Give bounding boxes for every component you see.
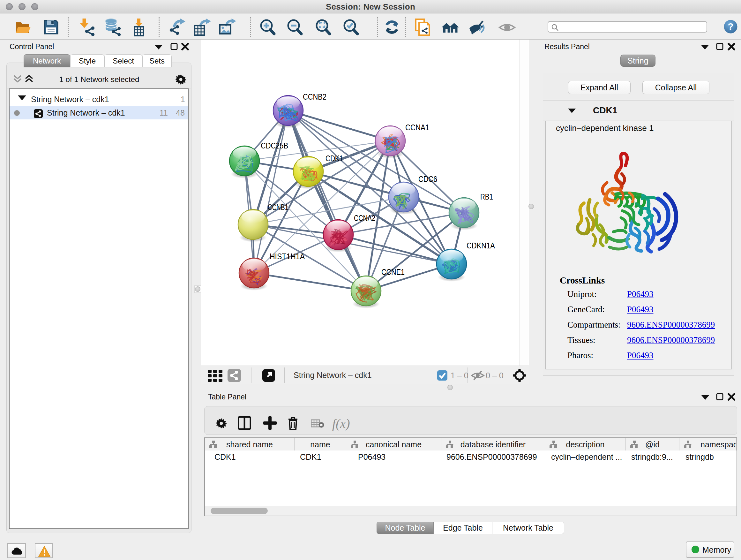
svg-text:CCNA1: CCNA1 [405, 123, 429, 132]
svg-text:RB1: RB1 [480, 192, 493, 201]
svg-text:?: ? [728, 21, 733, 32]
svg-text:CDC6: CDC6 [418, 174, 437, 184]
svg-text:CDK1: CDK1 [326, 153, 343, 163]
svg-text:CDKN1A: CDKN1A [467, 241, 495, 250]
svg-text:CCNA2: CCNA2 [354, 213, 375, 223]
svg-text:CCNB1: CCNB1 [268, 202, 288, 212]
svg-text:CCNE1: CCNE1 [381, 267, 405, 277]
svg-text:CDC25B: CDC25B [261, 141, 288, 150]
svg-text:HIST1H1A: HIST1H1A [270, 252, 305, 261]
svg-text:CCNB2: CCNB2 [303, 92, 327, 102]
